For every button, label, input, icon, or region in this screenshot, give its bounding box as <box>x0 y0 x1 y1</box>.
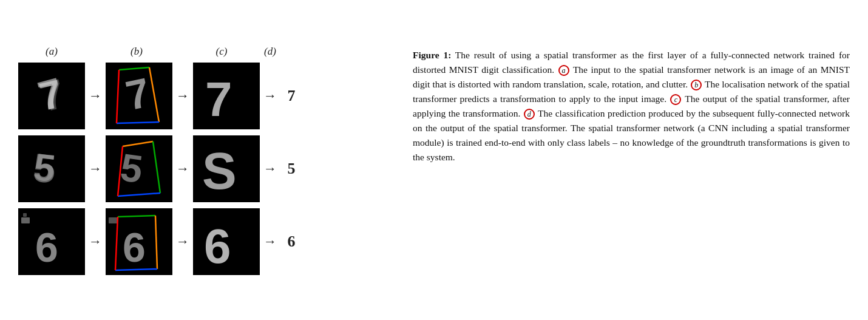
digit-label-7: 7 <box>284 87 299 105</box>
digit-svg-b-7: 7 <box>106 63 172 129</box>
circle-a: a <box>558 65 569 76</box>
digit-svg-c-7: 7 <box>193 63 260 129</box>
digit-svg-c-6: 6 <box>193 208 260 275</box>
circle-c: c <box>670 94 681 105</box>
digit-svg-c-5: S <box>193 135 260 202</box>
arrow-b-to-c-5: → <box>175 161 191 177</box>
arrow-a-to-b-6: → <box>87 234 103 250</box>
arrow-a-to-b-7: → <box>87 88 103 104</box>
column-headers: (a) (b) (c) (d) <box>18 46 395 58</box>
digit-svg-a-7: 7 7 7 <box>18 63 85 129</box>
arrow-c-to-d-6: → <box>262 234 278 250</box>
digit-svg-b-6: 6 <box>106 208 172 275</box>
digit-svg-b-5: 5 <box>106 135 172 202</box>
main-container: (a) (b) (c) (d) 7 7 7 <box>0 33 868 287</box>
arrow-b-to-c-6: → <box>175 234 191 250</box>
digit-label-5: 5 <box>284 160 299 178</box>
arrow-a-to-b-5: → <box>87 161 103 177</box>
img-c-7: 7 <box>193 63 260 129</box>
figure-section: (a) (b) (c) (d) 7 7 7 <box>18 46 395 275</box>
col-header-a: (a) <box>18 46 85 58</box>
circle-b: b <box>691 80 702 90</box>
img-c-5: S <box>193 135 260 202</box>
digit-svg-a-6: 6 <box>18 208 85 275</box>
img-b-5: 5 <box>106 135 172 202</box>
svg-text:6: 6 <box>204 219 231 273</box>
image-row-6: 6 → 6 → <box>18 208 299 275</box>
caption-paragraph: Figure 1: The result of using a spatial … <box>413 48 850 165</box>
img-a-5: 5 5 <box>18 135 85 202</box>
img-a-6: 6 <box>18 208 85 275</box>
svg-text:6: 6 <box>35 224 58 270</box>
col-header-d: (d) <box>255 46 285 58</box>
img-a-7: 7 7 7 <box>18 63 85 129</box>
img-b-6: 6 <box>106 208 172 275</box>
image-grid: 7 7 7 → 7 <box>18 63 299 275</box>
arrow-c-to-d-7: → <box>262 88 278 104</box>
img-b-7: 7 <box>106 63 172 129</box>
circle-d: d <box>524 109 535 120</box>
svg-text:6: 6 <box>123 224 146 270</box>
svg-rect-25 <box>23 213 27 217</box>
col-header-b: (b) <box>103 46 170 58</box>
img-c-6: 6 <box>193 208 260 275</box>
digit-label-6: 6 <box>284 233 299 251</box>
svg-text:S: S <box>202 142 237 200</box>
svg-rect-24 <box>21 217 30 223</box>
svg-text:7: 7 <box>205 72 232 126</box>
svg-rect-28 <box>109 217 117 223</box>
col-header-c: (c) <box>188 46 255 58</box>
arrow-b-to-c-7: → <box>175 88 191 104</box>
image-row-5: 5 5 → 5 → <box>18 135 299 202</box>
image-row-7: 7 7 7 → 7 <box>18 63 299 129</box>
caption-section: Figure 1: The result of using a spatial … <box>413 46 850 165</box>
figure-label: Figure 1: <box>413 50 451 60</box>
arrow-c-to-d-5: → <box>262 161 278 177</box>
digit-svg-a-5: 5 5 <box>18 135 85 202</box>
